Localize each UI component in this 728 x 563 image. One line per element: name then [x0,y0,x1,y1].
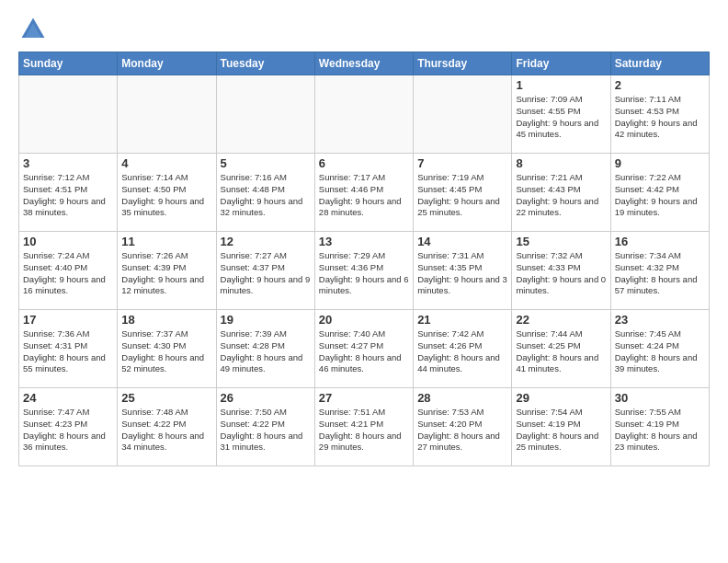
day-number: 26 [221,391,311,405]
calendar-cell: 6Sunrise: 7:17 AM Sunset: 4:46 PM Daylig… [314,154,413,232]
calendar-cell: 23Sunrise: 7:45 AM Sunset: 4:24 PM Dayli… [610,310,709,388]
day-number: 21 [417,313,507,327]
day-number: 7 [417,156,507,170]
calendar-cell: 13Sunrise: 7:29 AM Sunset: 4:36 PM Dayli… [314,232,413,310]
day-info: Sunrise: 7:09 AM Sunset: 4:55 PM Dayligh… [516,94,606,141]
calendar-cell: 11Sunrise: 7:26 AM Sunset: 4:39 PM Dayli… [118,232,216,310]
day-info: Sunrise: 7:53 AM Sunset: 4:20 PM Dayligh… [417,407,507,454]
calendar-cell: 28Sunrise: 7:53 AM Sunset: 4:20 PM Dayli… [414,388,512,466]
day-info: Sunrise: 7:22 AM Sunset: 4:42 PM Dayligh… [615,172,705,219]
day-info: Sunrise: 7:39 AM Sunset: 4:28 PM Dayligh… [221,328,311,375]
day-number: 24 [23,391,113,405]
calendar-cell: 20Sunrise: 7:40 AM Sunset: 4:27 PM Dayli… [314,310,413,388]
day-number: 6 [319,156,409,170]
day-info: Sunrise: 7:31 AM Sunset: 4:35 PM Dayligh… [417,250,507,297]
day-number: 11 [121,235,211,248]
calendar-table: SundayMondayTuesdayWednesdayThursdayFrid… [18,52,710,466]
day-info: Sunrise: 7:19 AM Sunset: 4:45 PM Dayligh… [417,172,507,219]
calendar-cell: 3Sunrise: 7:12 AM Sunset: 4:51 PM Daylig… [19,154,118,232]
calendar-cell [19,75,118,154]
day-info: Sunrise: 7:17 AM Sunset: 4:46 PM Dayligh… [319,172,409,219]
day-number: 14 [417,235,507,248]
day-info: Sunrise: 7:32 AM Sunset: 4:33 PM Dayligh… [516,250,606,297]
calendar-cell: 30Sunrise: 7:55 AM Sunset: 4:19 PM Dayli… [610,388,709,466]
header [18,15,710,44]
calendar-cell: 10Sunrise: 7:24 AM Sunset: 4:40 PM Dayli… [19,232,118,310]
calendar-cell: 27Sunrise: 7:51 AM Sunset: 4:21 PM Dayli… [314,388,413,466]
day-info: Sunrise: 7:47 AM Sunset: 4:23 PM Dayligh… [23,407,113,454]
calendar-cell: 7Sunrise: 7:19 AM Sunset: 4:45 PM Daylig… [414,154,512,232]
calendar-cell: 2Sunrise: 7:11 AM Sunset: 4:53 PM Daylig… [610,75,709,154]
day-number: 9 [615,156,705,170]
weekday-header-friday: Friday [512,52,610,75]
day-info: Sunrise: 7:50 AM Sunset: 4:22 PM Dayligh… [221,407,311,454]
calendar-cell: 5Sunrise: 7:16 AM Sunset: 4:48 PM Daylig… [216,154,314,232]
day-number: 17 [23,313,113,327]
calendar-cell: 29Sunrise: 7:54 AM Sunset: 4:19 PM Dayli… [512,388,610,466]
day-info: Sunrise: 7:40 AM Sunset: 4:27 PM Dayligh… [319,328,409,375]
day-number: 27 [319,391,409,405]
day-info: Sunrise: 7:27 AM Sunset: 4:37 PM Dayligh… [221,250,311,297]
calendar-cell: 22Sunrise: 7:44 AM Sunset: 4:25 PM Dayli… [512,310,610,388]
day-number: 10 [23,235,113,248]
calendar-week-0: 1Sunrise: 7:09 AM Sunset: 4:55 PM Daylig… [19,75,710,154]
day-info: Sunrise: 7:48 AM Sunset: 4:22 PM Dayligh… [121,407,211,454]
day-info: Sunrise: 7:55 AM Sunset: 4:19 PM Dayligh… [615,407,705,454]
calendar-cell: 18Sunrise: 7:37 AM Sunset: 4:30 PM Dayli… [118,310,216,388]
calendar-cell [118,75,216,154]
calendar-cell: 12Sunrise: 7:27 AM Sunset: 4:37 PM Dayli… [216,232,314,310]
calendar-cell: 16Sunrise: 7:34 AM Sunset: 4:32 PM Dayli… [610,232,709,310]
day-number: 16 [615,235,705,248]
day-number: 3 [23,156,113,170]
day-number: 18 [121,313,211,327]
weekday-header-row: SundayMondayTuesdayWednesdayThursdayFrid… [19,52,710,75]
day-number: 2 [615,78,705,92]
calendar-cell: 26Sunrise: 7:50 AM Sunset: 4:22 PM Dayli… [216,388,314,466]
day-info: Sunrise: 7:11 AM Sunset: 4:53 PM Dayligh… [615,94,705,141]
calendar-cell [314,75,413,154]
weekday-header-tuesday: Tuesday [216,52,314,75]
day-number: 1 [516,78,606,92]
day-info: Sunrise: 7:36 AM Sunset: 4:31 PM Dayligh… [23,328,113,375]
day-info: Sunrise: 7:24 AM Sunset: 4:40 PM Dayligh… [23,250,113,297]
day-number: 23 [615,313,705,327]
calendar-cell: 9Sunrise: 7:22 AM Sunset: 4:42 PM Daylig… [610,154,709,232]
day-number: 29 [516,391,606,405]
calendar-cell: 25Sunrise: 7:48 AM Sunset: 4:22 PM Dayli… [118,388,216,466]
calendar-cell: 8Sunrise: 7:21 AM Sunset: 4:43 PM Daylig… [512,154,610,232]
day-number: 30 [615,391,705,405]
day-number: 22 [516,313,606,327]
page-container: SundayMondayTuesdayWednesdayThursdayFrid… [0,0,728,476]
calendar-cell: 1Sunrise: 7:09 AM Sunset: 4:55 PM Daylig… [512,75,610,154]
calendar-week-2: 10Sunrise: 7:24 AM Sunset: 4:40 PM Dayli… [19,232,710,310]
day-number: 12 [221,235,311,248]
day-number: 15 [516,235,606,248]
calendar-week-3: 17Sunrise: 7:36 AM Sunset: 4:31 PM Dayli… [19,310,710,388]
day-info: Sunrise: 7:45 AM Sunset: 4:24 PM Dayligh… [615,328,705,375]
calendar-cell: 19Sunrise: 7:39 AM Sunset: 4:28 PM Dayli… [216,310,314,388]
day-info: Sunrise: 7:54 AM Sunset: 4:19 PM Dayligh… [516,407,606,454]
day-info: Sunrise: 7:44 AM Sunset: 4:25 PM Dayligh… [516,328,606,375]
day-number: 13 [319,235,409,248]
calendar-week-1: 3Sunrise: 7:12 AM Sunset: 4:51 PM Daylig… [19,154,710,232]
weekday-header-wednesday: Wednesday [314,52,413,75]
calendar-cell [216,75,314,154]
day-info: Sunrise: 7:51 AM Sunset: 4:21 PM Dayligh… [319,407,409,454]
calendar-cell: 21Sunrise: 7:42 AM Sunset: 4:26 PM Dayli… [414,310,512,388]
day-info: Sunrise: 7:16 AM Sunset: 4:48 PM Dayligh… [221,172,311,219]
day-number: 20 [319,313,409,327]
day-number: 5 [221,156,311,170]
day-number: 4 [121,156,211,170]
day-info: Sunrise: 7:37 AM Sunset: 4:30 PM Dayligh… [121,328,211,375]
calendar-cell: 15Sunrise: 7:32 AM Sunset: 4:33 PM Dayli… [512,232,610,310]
day-info: Sunrise: 7:26 AM Sunset: 4:39 PM Dayligh… [121,250,211,297]
day-number: 19 [221,313,311,327]
logo [18,15,51,44]
weekday-header-sunday: Sunday [19,52,118,75]
calendar-cell: 14Sunrise: 7:31 AM Sunset: 4:35 PM Dayli… [414,232,512,310]
calendar-week-4: 24Sunrise: 7:47 AM Sunset: 4:23 PM Dayli… [19,388,710,466]
day-info: Sunrise: 7:21 AM Sunset: 4:43 PM Dayligh… [516,172,606,219]
logo-icon [18,15,48,44]
day-number: 25 [121,391,211,405]
day-info: Sunrise: 7:34 AM Sunset: 4:32 PM Dayligh… [615,250,705,297]
